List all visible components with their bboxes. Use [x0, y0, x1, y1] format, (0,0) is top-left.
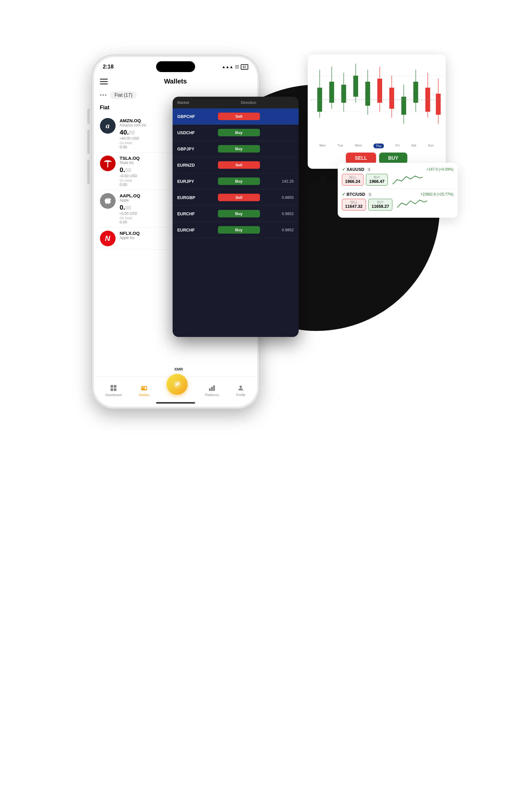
trading-row-gbpchf[interactable]: GBPCHF Sell: [173, 108, 299, 125]
trading-panel-header: Market Direction: [173, 97, 299, 108]
pair-eurgbp: EURGBP: [177, 195, 218, 200]
xauusd-badge: 1: [367, 168, 372, 171]
direction-gbpjpy: Buy: [218, 145, 260, 152]
xauusd-buy-label: BUY: [369, 176, 385, 179]
hamburger-menu[interactable]: [100, 79, 108, 84]
signal-icon: ▲▲▲: [222, 64, 234, 69]
trading-row-eurjpy[interactable]: EURJPY Buy 142.25: [173, 173, 299, 190]
pair-usdchf: USDCHF: [177, 130, 218, 135]
dashboard-icon: [110, 384, 117, 392]
svg-rect-10: [213, 385, 215, 391]
trading-row-usdchf[interactable]: USDCHF Buy: [173, 125, 299, 141]
chart-days: Mon Tue Wed Thu Fri Sat Sun: [311, 142, 443, 150]
pair-eurchf1: EURCHF: [177, 211, 218, 216]
svg-rect-1: [114, 385, 117, 388]
day-mon: Mon: [320, 144, 326, 148]
sell-button[interactable]: SELL: [346, 152, 376, 164]
trading-row-eurchf2[interactable]: EURCHF Buy 0.9852: [173, 222, 299, 238]
platforms-label: Platforms: [205, 393, 219, 397]
quote-card-xauusd[interactable]: ✓ XAUUSD 1 +167.0 (+0.09%) SELL 1966.24 …: [342, 167, 454, 185]
svg-rect-24: [365, 82, 370, 106]
direction-eurnzd: Sell: [218, 161, 260, 169]
fiat-tab-label[interactable]: Fiat (17): [110, 91, 137, 99]
buy-button[interactable]: BUY: [379, 152, 408, 164]
exchange-button[interactable]: ⇄: [167, 374, 188, 395]
svg-rect-30: [401, 97, 406, 115]
nav-dashboard[interactable]: Dashboard: [105, 384, 122, 397]
btcusd-buy-price: 11658.27: [372, 204, 389, 209]
phone-silent-switch: [87, 109, 90, 124]
nav-wallets[interactable]: Wallets: [139, 384, 150, 397]
svg-rect-26: [377, 79, 382, 103]
dynamic-island: [156, 61, 195, 72]
direction-eurchf2: Buy: [218, 226, 260, 234]
btcusd-symbol: ✓ BTC/USD 1: [342, 192, 372, 197]
xauusd-sell-box[interactable]: SELL 1966.24: [342, 174, 364, 185]
trading-row-eurchf1[interactable]: EURCHF Buy 0.9852: [173, 206, 299, 222]
svg-rect-22: [353, 76, 358, 97]
xauusd-symbol: ✓ XAUUSD 1: [342, 167, 372, 172]
direction-col-header: Direction: [241, 100, 294, 105]
btcusd-change: +23862.8 (+25.77%): [421, 192, 453, 196]
svg-rect-2: [111, 388, 113, 391]
day-sat: Sat: [411, 144, 416, 148]
btcusd-badge: 1: [368, 193, 372, 196]
svg-rect-36: [436, 94, 441, 115]
trading-row-eurnzd[interactable]: EURNZD Sell: [173, 157, 299, 173]
day-thu[interactable]: Thu: [373, 144, 384, 148]
xauusd-buy-box[interactable]: BUY 1966.47: [366, 174, 388, 185]
pair-gbpchf: GBPCHF: [177, 114, 218, 119]
xauusd-prices: SELL 1966.24 BUY 1966.47: [342, 174, 454, 185]
aapl-logo: [100, 193, 116, 209]
price-eurjpy: 142.25: [260, 179, 294, 183]
wallets-icon: [140, 384, 148, 392]
svg-rect-5: [145, 387, 147, 389]
btcusd-check: ✓: [342, 192, 345, 197]
nav-platforms[interactable]: Platforms: [205, 384, 219, 397]
price-eurchf2: 0.9852: [260, 228, 294, 232]
quote-divider: [342, 188, 454, 189]
scene: 2:18 ▲▲▲ ⚿ 82 Wallets: [92, 31, 422, 781]
app-header: Wallets: [100, 75, 251, 89]
pair-eurchf2: EURCHF: [177, 228, 218, 232]
page-title: Wallets: [164, 78, 187, 85]
dots-icon[interactable]: •••: [100, 92, 108, 98]
btcusd-sell-box[interactable]: SELL 11647.32: [342, 199, 366, 210]
profile-label: Profile: [236, 393, 245, 397]
pair-eurnzd: EURNZD: [177, 163, 218, 168]
trading-row-eurgbp[interactable]: EURGBP Sell 0.8855: [173, 190, 299, 206]
platforms-icon: [208, 384, 216, 392]
direction-usdchf: Buy: [218, 129, 260, 136]
btcusd-sparkline: [395, 199, 453, 210]
trading-row-gbpjpy[interactable]: GBPJPY Buy: [173, 141, 299, 157]
svg-rect-20: [341, 85, 346, 103]
home-indicator: [156, 402, 195, 404]
xauusd-check: ✓: [342, 167, 345, 172]
svg-text:⇄: ⇄: [175, 381, 180, 387]
svg-rect-3: [114, 388, 117, 391]
btcusd-sell-label: SELL: [345, 201, 363, 204]
xauusd-sparkline: [390, 174, 454, 185]
wallets-label: Wallets: [139, 393, 150, 397]
amzn-logo: a: [100, 118, 116, 134]
price-eurchf1: 0.9852: [260, 211, 294, 216]
nav-exchange[interactable]: ⇄ XMR: [167, 383, 188, 395]
status-icons: ▲▲▲ ⚿ 82: [222, 64, 248, 69]
tsla-logo: [100, 155, 116, 171]
quote-card-btcusd[interactable]: ✓ BTC/USD 1 +23862.8 (+25.77%) SELL 1164…: [342, 192, 454, 210]
xauusd-buy-price: 1966.47: [369, 179, 385, 184]
wifi-icon: ⚿: [235, 64, 239, 69]
xauusd-sell-price: 1966.24: [345, 179, 361, 184]
candlestick-chart: Mon Tue Wed Thu Fri Sat Sun SELL BUY: [308, 55, 446, 169]
nav-profile[interactable]: Profile: [236, 384, 245, 397]
direction-gbpchf: Sell: [218, 113, 260, 120]
dashboard-label: Dashboard: [105, 393, 122, 397]
direction-eurjpy: Buy: [218, 177, 260, 185]
btcusd-buy-box[interactable]: BUY 11658.27: [368, 199, 392, 210]
nflx-logo: N: [100, 231, 116, 246]
day-sun: Sun: [428, 144, 434, 148]
svg-point-11: [240, 385, 242, 388]
price-eurgbp: 0.8855: [260, 195, 294, 200]
xmr-label: XMR: [174, 367, 183, 372]
pair-eurjpy: EURJPY: [177, 179, 218, 184]
